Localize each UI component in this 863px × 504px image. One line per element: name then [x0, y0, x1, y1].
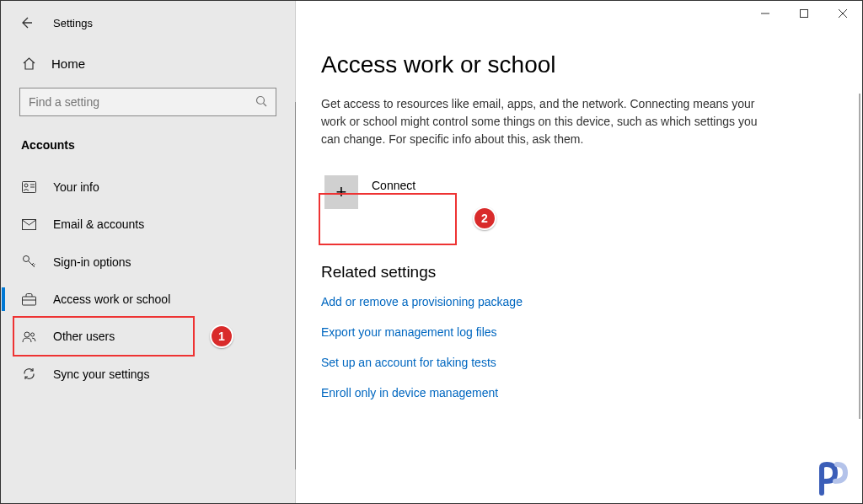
back-button[interactable] — [16, 13, 36, 33]
page-title: Access work or school — [321, 51, 837, 78]
svg-rect-1 — [801, 10, 808, 18]
minimize-button[interactable] — [746, 1, 785, 26]
link-account-tests[interactable]: Set up an account for taking tests — [321, 356, 837, 369]
main-scrollbar[interactable] — [859, 94, 860, 419]
sidebar-item-label: Sign-in options — [53, 255, 131, 269]
sidebar-item-label: Email & accounts — [53, 217, 144, 231]
svg-point-14 — [24, 332, 29, 337]
sidebar-item-sync-settings[interactable]: Sync your settings — [1, 355, 295, 393]
sidebar-item-label: Other users — [53, 330, 115, 343]
search-icon — [255, 95, 267, 110]
sidebar-item-sign-in-options[interactable]: Sign-in options — [1, 243, 295, 281]
people-icon — [21, 330, 36, 343]
person-card-icon — [21, 181, 36, 193]
sidebar-item-label: Your info — [53, 180, 99, 194]
sidebar-home[interactable]: Home — [1, 45, 295, 83]
sidebar-item-email-accounts[interactable]: Email & accounts — [1, 206, 295, 243]
close-button[interactable] — [823, 1, 862, 26]
search-input-container[interactable] — [19, 88, 276, 116]
page-description: Get access to resources like email, apps… — [321, 95, 759, 148]
link-export-logs[interactable]: Export your management log files — [321, 325, 837, 339]
link-provisioning-package[interactable]: Add or remove a provisioning package — [321, 295, 837, 308]
svg-line-5 — [264, 103, 267, 106]
sidebar-item-label: Access work or school — [53, 292, 170, 306]
sidebar-item-other-users[interactable]: Other users — [1, 318, 295, 355]
sidebar: Settings Home Accounts Your info E — [1, 1, 296, 503]
link-enroll-device-management[interactable]: Enroll only in device management — [321, 386, 837, 399]
svg-point-4 — [257, 96, 265, 104]
svg-rect-12 — [22, 297, 35, 305]
search-input[interactable] — [29, 95, 255, 109]
email-icon — [21, 219, 36, 230]
svg-point-11 — [23, 256, 29, 262]
connect-button[interactable]: + Connect — [321, 172, 452, 212]
home-icon — [21, 56, 36, 71]
sidebar-item-label: Sync your settings — [53, 367, 149, 381]
sync-icon — [21, 367, 36, 381]
main-content: Access work or school Get access to reso… — [296, 1, 862, 503]
annotation-badge-2: 2 — [473, 206, 496, 230]
svg-point-15 — [30, 333, 34, 336]
plus-icon: + — [324, 175, 358, 209]
sidebar-item-your-info[interactable]: Your info — [1, 169, 295, 206]
sidebar-category: Accounts — [1, 131, 295, 169]
home-label: Home — [51, 56, 85, 71]
key-icon — [21, 255, 36, 269]
watermark-logo — [817, 461, 854, 498]
maximize-button[interactable] — [785, 1, 823, 26]
window-title: Settings — [53, 17, 93, 29]
connect-label: Connect — [372, 179, 415, 192]
annotation-badge-1: 1 — [210, 324, 233, 348]
briefcase-icon — [21, 293, 36, 306]
svg-point-7 — [24, 184, 28, 187]
sidebar-item-access-work-school[interactable]: Access work or school — [1, 281, 295, 318]
related-settings-title: Related settings — [321, 263, 837, 281]
